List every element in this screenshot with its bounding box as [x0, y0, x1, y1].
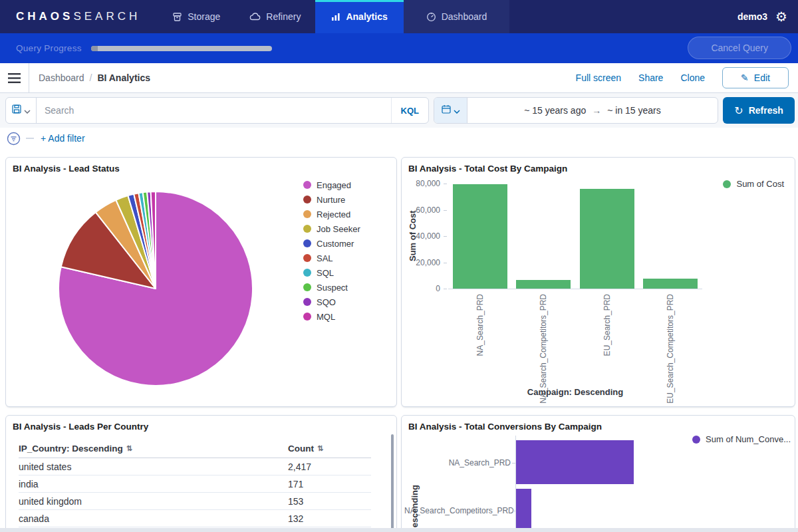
date-from[interactable]: ~ 15 years ago [524, 105, 586, 116]
legend-item[interactable]: Rejected [303, 207, 360, 221]
query-progress-label: Query Progress [16, 43, 82, 53]
legend-swatch [303, 254, 311, 262]
legend-label: Rejected [317, 209, 350, 219]
analytics-bars-icon [331, 12, 340, 21]
refresh-button[interactable]: ↻ Refresh [723, 97, 795, 124]
date-picker: ~ 15 years ago → ~ in 15 years [434, 97, 718, 124]
saved-query-button[interactable] [6, 98, 37, 123]
filter-divider [26, 138, 34, 139]
legend-item[interactable]: MQL [303, 309, 360, 324]
logo-bold: CHAOS [16, 10, 73, 23]
nav-tab-label: Analytics [346, 11, 387, 22]
share-link[interactable]: Share [638, 72, 663, 83]
legend-label: SAL [317, 253, 333, 263]
legend-item[interactable]: Suspect [303, 280, 360, 295]
legend-swatch [303, 181, 311, 189]
cell-country: india [19, 479, 39, 489]
saved-query-floppy-icon [12, 104, 21, 116]
search-bar: KQL [5, 97, 429, 124]
edit-button[interactable]: ✎ Edit [722, 67, 789, 88]
column-header-count[interactable]: Count ⇅ [288, 444, 323, 454]
bar-NA_Search_Competitors_PRD[interactable] [516, 280, 571, 289]
table-row[interactable]: india171 [19, 475, 371, 493]
legend-item[interactable]: Customer [303, 236, 360, 251]
date-to[interactable]: ~ in 15 years [607, 105, 661, 116]
bar-NA_Search_PRD[interactable] [516, 440, 634, 484]
query-progress-strip: Query Progress Cancel Query [0, 33, 798, 63]
panel-vertical-scrollbar[interactable] [391, 434, 394, 532]
horizontal-scrollbar[interactable] [0, 528, 798, 532]
sort-icon[interactable]: ⇅ [126, 444, 132, 453]
dashboard-gauge-icon [426, 12, 436, 22]
legend-item[interactable]: Nurture [303, 192, 360, 207]
y-tick-label: 20,000 [402, 258, 440, 267]
settings-gear-icon[interactable]: ⚙ [775, 10, 787, 23]
nav-tab-refinery[interactable]: Refinery [235, 0, 315, 33]
logo-light: SEARCH [73, 10, 140, 23]
legend-swatch [303, 313, 311, 321]
date-range[interactable]: ~ 15 years ago → ~ in 15 years [467, 98, 718, 123]
y-tick-mark [444, 184, 447, 184]
legend-swatch [303, 196, 311, 203]
user-name[interactable]: demo3 [737, 11, 767, 22]
y-tick-label: NA_Search_Competitors_PRD [404, 506, 511, 515]
bar-NA_Search_PRD[interactable] [453, 184, 507, 289]
panel-title: BI Analysis - Total Cost By Campaign [408, 164, 567, 174]
cancel-query-button[interactable]: Cancel Query [688, 37, 791, 59]
bar-EU_Search_PRD[interactable] [580, 189, 634, 289]
legend-item[interactable]: Job Seeker [303, 221, 360, 236]
arrow-right-icon: → [592, 105, 601, 116]
nav-tab-storage[interactable]: Storage [158, 0, 235, 33]
legend-label: Nurture [317, 195, 345, 205]
clone-link[interactable]: Clone [680, 72, 705, 83]
toolbar-actions: Full screen Share Clone ✎ Edit [576, 67, 798, 88]
full-screen-link[interactable]: Full screen [576, 72, 621, 83]
panel-title: BI Analysis - Leads Per Country [13, 422, 148, 432]
y-tick-mark [444, 210, 447, 211]
legend-item[interactable]: SQL [303, 265, 360, 280]
y-axis-title: Campaign: Descending [410, 485, 420, 532]
pencil-edit-icon: ✎ [741, 72, 749, 83]
legend-swatch [692, 436, 700, 444]
query-progress-bar [91, 46, 272, 51]
query-language-button[interactable]: KQL [391, 98, 428, 123]
bar-NA_Search_Competitors_PRD[interactable] [516, 489, 531, 532]
y-tick-label: 0 [402, 284, 440, 293]
legend-item[interactable]: SAL [303, 251, 360, 265]
filter-icon[interactable] [7, 132, 21, 146]
legend-item[interactable]: SQO [303, 295, 360, 309]
hamburger-menu-icon[interactable] [0, 63, 29, 92]
cell-count: 153 [288, 496, 303, 507]
conversions-legend[interactable]: Sum of Num_Conve... [692, 434, 791, 444]
progress-bar-cap [91, 46, 98, 51]
legend-label: MQL [317, 312, 335, 322]
cell-country: united kingdom [19, 496, 82, 507]
legend-item[interactable]: Engaged [303, 178, 360, 192]
x-tick-label: NA_Search_PRD [475, 294, 485, 356]
refresh-icon: ↻ [734, 104, 743, 117]
cost-legend[interactable]: Sum of Cost [723, 179, 784, 189]
sort-icon: ⇅ [317, 444, 323, 453]
table-row[interactable]: united states2,417 [19, 458, 371, 475]
table-row[interactable]: canada132 [19, 510, 371, 527]
add-filter-button[interactable]: + Add filter [41, 133, 85, 144]
search-input[interactable] [37, 98, 391, 123]
nav-tab-dashboard[interactable]: Dashboard [404, 0, 510, 33]
table-body: united states2,417india171united kingdom… [19, 458, 371, 527]
column-header-country[interactable]: IP_Country: Descending [19, 444, 123, 454]
calendar-icon [442, 104, 451, 116]
y-tick-label: 80,000 [402, 179, 440, 188]
calendar-button[interactable] [434, 98, 467, 123]
y-tick-label: 60,000 [402, 205, 440, 215]
breadcrumb-dashboard[interactable]: Dashboard [39, 72, 84, 83]
bar-EU_Search_Competitors_PRD[interactable] [643, 279, 698, 289]
legend-label: Job Seeker [317, 224, 360, 234]
nav-tab-analytics[interactable]: Analytics [315, 0, 403, 33]
legend-label: SQL [317, 268, 334, 278]
y-tick-label: 40,000 [402, 231, 440, 241]
table-row[interactable]: united kingdom153 [19, 493, 371, 510]
breadcrumb: Dashboard / BI Analytics [39, 72, 150, 83]
refresh-button-label: Refresh [749, 105, 783, 116]
legend-label: Sum of Cost [736, 179, 784, 189]
x-tick-label: EU_Search_PRD [602, 294, 612, 356]
